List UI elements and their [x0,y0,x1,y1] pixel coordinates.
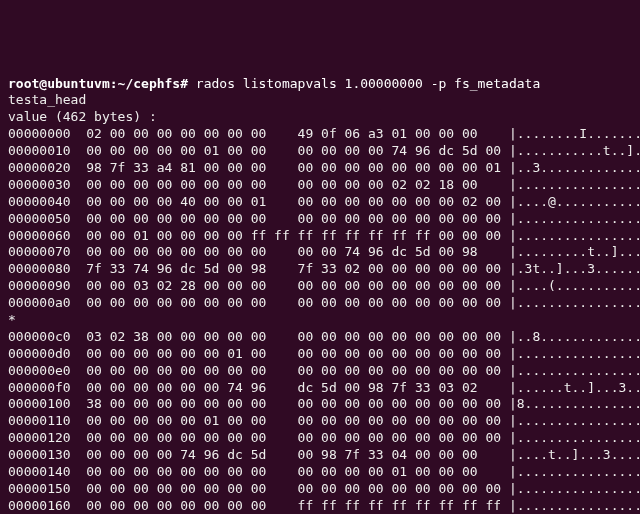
omap-key: testa_head [8,92,86,107]
shell-prompt: root@ubuntuvm:~/cephfs# [8,76,188,91]
shell-command[interactable]: rados listomapvals 1.00000000 -p fs_meta… [196,76,540,91]
hex-dump: 00000000 02 00 00 00 00 00 00 00 49 0f 0… [8,126,632,514]
value-header: value (462 bytes) : [8,109,157,124]
